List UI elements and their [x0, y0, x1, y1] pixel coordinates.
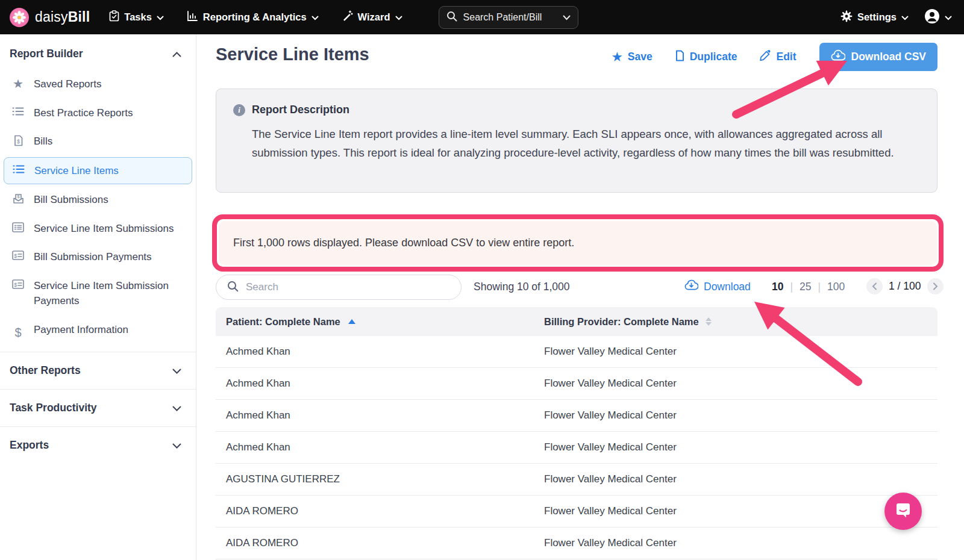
sidebar-item-sli-submission-payments[interactable]: $ Service Line Item Submission Payments — [0, 272, 196, 316]
sidebar-item-label: Service Line Item Submission Payments — [34, 278, 178, 309]
billing-provider-name: Flower Valley Medical Center — [544, 505, 677, 517]
page-size-10[interactable]: 10 — [772, 281, 783, 293]
svg-text:$: $ — [14, 253, 17, 259]
cloud-download-icon — [684, 279, 698, 294]
sidebar: Report Builder ★ Saved Reports Best Prac… — [0, 34, 196, 560]
sort-ascending-icon — [348, 319, 355, 324]
report-description-box: i Report Description The Service Line It… — [216, 89, 937, 193]
download-link[interactable]: Download — [684, 279, 751, 294]
brand-name: daisyBill — [35, 9, 90, 25]
search-icon — [446, 11, 457, 24]
table-row[interactable]: AIDA ROMERO Flower Valley Medical Center — [216, 527, 937, 559]
task-productivity-label: Task Productivity — [10, 402, 97, 414]
svg-text:$: $ — [17, 194, 20, 199]
column-header-label: Patient: Complete Name — [226, 316, 340, 328]
account-menu[interactable] — [924, 8, 952, 26]
sidebar-item-service-line-item-submissions[interactable]: Service Line Item Submissions — [0, 214, 196, 243]
nav-settings[interactable]: Settings — [840, 10, 909, 25]
sidebar-section-task-productivity[interactable]: Task Productivity — [0, 389, 196, 426]
prev-page-button[interactable] — [866, 278, 883, 294]
edit-label: Edit — [776, 51, 796, 63]
info-icon: i — [233, 104, 245, 116]
patient-name: AGUSTINA GUTIERREZ — [226, 473, 340, 485]
star-icon: ★ — [11, 78, 25, 90]
bill-document-icon: $ — [11, 135, 25, 146]
results-table: Patient: Complete Name Billing Provider:… — [216, 307, 937, 559]
sidebar-item-service-line-items[interactable]: Service Line Items — [4, 157, 192, 185]
clipboard-icon — [109, 10, 119, 24]
chat-widget-button[interactable] — [884, 493, 922, 530]
duplicate-label: Duplicate — [690, 51, 737, 63]
patient-name: Achmed Khan — [226, 441, 290, 453]
table-header-row: Patient: Complete Name Billing Provider:… — [216, 307, 937, 336]
report-description-title: Report Description — [252, 104, 349, 116]
billing-provider-name: Flower Valley Medical Center — [544, 441, 677, 453]
exports-label: Exports — [10, 439, 49, 452]
magic-wand-icon — [342, 10, 353, 24]
gear-icon — [840, 10, 853, 25]
save-button[interactable]: ★ Save — [612, 50, 653, 64]
page-title: Service Line Items — [216, 45, 369, 64]
chevron-up-icon — [172, 48, 181, 60]
column-header-patient[interactable]: Patient: Complete Name — [216, 316, 544, 328]
chevron-down-icon — [157, 11, 164, 23]
table-row[interactable]: Achmed Khan Flower Valley Medical Center — [216, 400, 937, 432]
svg-text:$: $ — [16, 138, 19, 145]
search-input[interactable] — [246, 281, 450, 293]
top-navbar: daisyBill Tasks Reportin — [0, 0, 964, 34]
table-row[interactable]: AIDA ROMERO Flower Valley Medical Center — [216, 496, 937, 527]
column-header-label: Billing Provider: Complete Name — [544, 316, 699, 328]
nav-wizard[interactable]: Wizard — [342, 10, 402, 24]
chevron-down-icon — [945, 11, 952, 23]
sidebar-item-label: Service Line Item Submissions — [34, 221, 174, 237]
edit-button[interactable]: Edit — [760, 50, 796, 64]
svg-text:$: $ — [14, 281, 17, 287]
report-description-body: The Service Line Item report provides a … — [252, 125, 920, 163]
patient-bill-search[interactable]: Search Patient/Bill — [439, 6, 578, 29]
table-row[interactable]: Achmed Khan Flower Valley Medical Center — [216, 336, 937, 368]
card-list-icon — [11, 222, 25, 232]
sidebar-item-bill-submissions[interactable]: $ Bill Submissions — [0, 185, 196, 214]
chevron-down-icon — [563, 12, 571, 23]
sidebar-item-label: Service Line Items — [34, 163, 119, 179]
brand-logo[interactable]: daisyBill — [10, 8, 90, 27]
sidebar-item-bills[interactable]: $ Bills — [0, 127, 196, 156]
sidebar-item-payment-information[interactable]: $ Payment Information — [0, 316, 196, 348]
sidebar-item-bill-submission-payments[interactable]: $ Bill Submission Payments — [0, 243, 196, 272]
nav-tasks[interactable]: Tasks — [109, 10, 164, 24]
payment-card-icon: $ — [11, 250, 25, 260]
sidebar-item-best-practice-reports[interactable]: Best Practice Reports — [0, 99, 196, 128]
patient-name: AIDA ROMERO — [226, 537, 298, 549]
billing-provider-name: Flower Valley Medical Center — [544, 473, 677, 485]
daisy-flower-icon — [10, 8, 29, 27]
sidebar-section-report-builder[interactable]: Report Builder — [0, 34, 196, 70]
annotation-highlight-box: First 1,000 rows displayed. Please downl… — [212, 214, 944, 272]
table-row[interactable]: Achmed Khan Flower Valley Medical Center — [216, 432, 937, 464]
page-indicator: 1 / 100 — [889, 280, 921, 293]
next-page-button[interactable] — [927, 278, 944, 294]
download-csv-label: Download CSV — [851, 51, 926, 63]
sidebar-item-saved-reports[interactable]: ★ Saved Reports — [0, 70, 196, 99]
nav-wizard-label: Wizard — [358, 11, 390, 23]
table-row[interactable]: AGUSTINA GUTIERREZ Flower Valley Medical… — [216, 464, 937, 496]
billing-provider-name: Flower Valley Medical Center — [544, 346, 677, 358]
table-row[interactable]: Achmed Khan Flower Valley Medical Center — [216, 368, 937, 400]
column-header-billing-provider[interactable]: Billing Provider: Complete Name — [544, 316, 937, 328]
billing-provider-name: Flower Valley Medical Center — [544, 409, 677, 422]
sidebar-item-label: Saved Reports — [34, 76, 101, 92]
list-icon — [11, 164, 26, 174]
page-size-25[interactable]: 25 — [800, 281, 811, 293]
separator: | — [818, 281, 821, 293]
nav-reporting-analytics[interactable]: Reporting & Analytics — [187, 11, 319, 24]
download-csv-button[interactable]: Download CSV — [819, 43, 937, 71]
duplicate-button[interactable]: Duplicate — [675, 50, 737, 64]
page-size-100[interactable]: 100 — [827, 281, 845, 293]
sidebar-section-exports[interactable]: Exports — [0, 426, 196, 464]
rows-limit-notice-text: First 1,000 rows displayed. Please downl… — [233, 237, 574, 249]
patient-name: AIDA ROMERO — [226, 505, 298, 517]
chevron-down-icon — [901, 11, 909, 23]
nav-reporting-label: Reporting & Analytics — [203, 11, 307, 23]
sidebar-section-other-reports[interactable]: Other Reports — [0, 352, 196, 389]
nav-settings-label: Settings — [857, 11, 897, 23]
showing-count: Showing 10 of 1,000 — [474, 281, 570, 293]
